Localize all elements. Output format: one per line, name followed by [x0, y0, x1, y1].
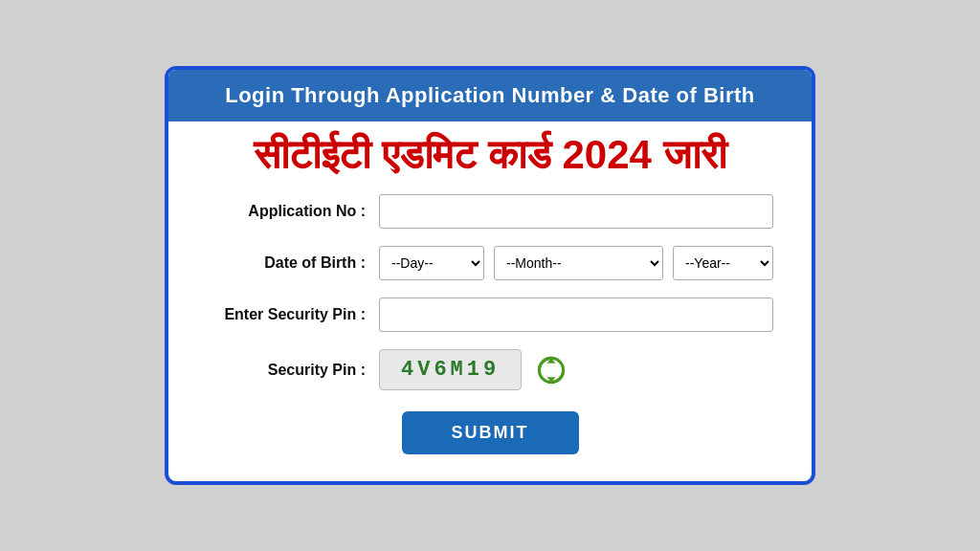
captcha-label: Security Pin : — [207, 362, 379, 379]
hindi-title: सीटीईटी एडमिट कार्ड 2024 जारी — [168, 121, 812, 194]
captcha-row: Security Pin : 4V6M19 — [207, 349, 773, 390]
dob-row: Date of Birth : --Day-- --Month-- --Year… — [207, 246, 773, 280]
form-area: Application No : Date of Birth : --Day--… — [168, 194, 812, 454]
security-pin-label: Enter Security Pin : — [207, 306, 379, 323]
submit-row: SUBMIT — [207, 411, 773, 454]
dob-month-select[interactable]: --Month-- — [494, 246, 663, 280]
header-bar: Login Through Application Number & Date … — [168, 70, 812, 121]
dob-selects: --Day-- --Month-- --Year-- — [379, 246, 773, 280]
application-no-row: Application No : — [207, 194, 773, 229]
refresh-captcha-button[interactable] — [533, 352, 569, 388]
submit-button[interactable]: SUBMIT — [402, 411, 579, 454]
security-pin-input[interactable] — [379, 298, 773, 332]
captcha-display: 4V6M19 — [379, 349, 522, 390]
dob-day-select[interactable]: --Day-- — [379, 246, 484, 280]
dob-year-select[interactable]: --Year-- — [673, 246, 773, 280]
security-pin-row: Enter Security Pin : — [207, 298, 773, 332]
dob-label: Date of Birth : — [207, 254, 379, 272]
refresh-icon — [534, 353, 568, 387]
header-title: Login Through Application Number & Date … — [225, 83, 755, 107]
application-no-label: Application No : — [207, 203, 379, 220]
application-no-input[interactable] — [379, 194, 773, 229]
login-card: Login Through Application Number & Date … — [165, 66, 815, 485]
